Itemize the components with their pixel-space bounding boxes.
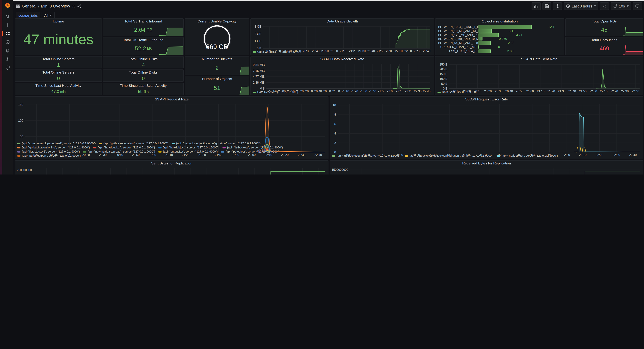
svg-text:22:20: 22:20 <box>610 89 618 93</box>
svg-text:10: 10 <box>332 103 336 107</box>
svg-text:7.15 MiB: 7.15 MiB <box>253 69 265 72</box>
gauge-value: 869 GB <box>185 43 249 50</box>
breadcrumb-section[interactable]: General <box>22 4 36 8</box>
bell-icon <box>5 48 10 53</box>
svg-text:20:20: 20:20 <box>82 153 90 157</box>
capacity-gauge: 869 GB <box>185 24 249 55</box>
sidebar: ? <box>2 0 12 174</box>
svg-text:22:40: 22:40 <box>629 153 637 157</box>
svg-text:22:30: 22:30 <box>298 153 305 157</box>
sidebar-item-explore[interactable] <box>2 39 12 45</box>
bargauge-label: GREATER_THAN_512_MB <box>438 45 478 49</box>
svg-text:22:10: 22:10 <box>395 49 402 53</box>
page-title[interactable]: MinIO Overview <box>41 4 70 8</box>
chevron-down-icon <box>50 15 52 16</box>
monitor-icon <box>635 4 640 8</box>
zoom-out-icon <box>602 4 607 8</box>
svg-text:20:30: 20:30 <box>412 153 420 157</box>
sidebar-item-create[interactable] <box>2 22 12 28</box>
svg-text:20:50: 20:50 <box>132 153 140 157</box>
dashboard-settings-button[interactable] <box>553 2 562 10</box>
sidebar-item-search[interactable] <box>2 13 12 20</box>
svg-text:20:00: 20:00 <box>278 89 286 93</box>
svg-text:22:30: 22:30 <box>414 49 421 53</box>
background-edge <box>0 0 2 174</box>
svg-text:21:30: 21:30 <box>198 153 206 157</box>
sidebar-item-dashboards[interactable] <box>2 30 12 37</box>
panel-s3-api-request-rate: S3 API Request Rate 19:5020:0020:1020:20… <box>15 96 328 159</box>
svg-text:21:10: 21:10 <box>479 153 486 157</box>
sidebar-item-server-admin[interactable] <box>2 64 12 71</box>
refresh-icon <box>613 4 617 8</box>
svg-text:22:40: 22:40 <box>423 89 430 93</box>
sidebar-item-configuration[interactable] <box>2 56 12 62</box>
dashboard-grid: Uptime 47 minutes Total S3 Traffic Inbou… <box>12 17 644 174</box>
bargauge-bar <box>478 41 491 45</box>
svg-text:20:20: 20:20 <box>296 89 304 93</box>
svg-text:22:30: 22:30 <box>621 89 629 93</box>
star-icon[interactable]: ☆ <box>72 4 76 8</box>
svg-text:50: 50 <box>20 135 23 138</box>
svg-text:22:00: 22:00 <box>248 153 256 157</box>
s3-request-error-rate-plot[interactable]: 19:5020:0020:1020:2020:3020:4020:5021:00… <box>330 102 643 154</box>
svg-text:22:10: 22:10 <box>579 153 586 157</box>
grafana-logo[interactable] <box>4 2 11 8</box>
save-icon <box>545 4 549 8</box>
refresh-picker[interactable]: 10s <box>611 2 631 10</box>
svg-text:20:00: 20:00 <box>463 89 471 93</box>
sent-bytes-replication-plot[interactable]: 19:5020:0020:1020:2020:3020:4020:5021:00… <box>15 166 328 174</box>
sidebar-item-alerting[interactable] <box>2 47 12 54</box>
bargauge-value: 0 <box>498 45 500 49</box>
add-panel-button[interactable]: + <box>532 2 540 10</box>
svg-text:22:10: 22:10 <box>264 153 272 157</box>
panel-total-open-fds: Total Open FDs 45 <box>565 18 643 36</box>
s3-request-rate-plot[interactable]: 19:5020:0020:1020:2020:3020:4020:5021:00… <box>15 102 328 142</box>
svg-text:21:20: 21:20 <box>350 89 358 93</box>
svg-text:20:30: 20:30 <box>305 89 313 93</box>
bargauge-row: GREATER_THAN_512_MB0 <box>438 45 560 49</box>
panel-s3-traffic-inbound: Total S3 Traffic Inbound 2.64GB <box>103 18 184 36</box>
bargauge-row: BETWEEN_1_MB_AND_10_MB0.960 <box>438 37 560 41</box>
bargauge-label: BETWEEN_64_MB_AND_128_MB <box>438 41 478 45</box>
svg-text:2 GB: 2 GB <box>254 32 261 35</box>
save-dashboard-button[interactable] <box>542 2 551 10</box>
svg-text:20:00: 20:00 <box>362 153 370 157</box>
svg-text:250 B: 250 B <box>440 63 448 66</box>
svg-text:0 B: 0 B <box>260 87 265 90</box>
nav-actions: + Last 3 hours 10s <box>532 2 642 10</box>
s3-data-received-plot[interactable]: 19:5020:0020:1020:2020:3020:4020:5021:00… <box>251 62 434 90</box>
svg-text:22:20: 22:20 <box>596 153 603 157</box>
svg-text:20:30: 20:30 <box>303 49 310 53</box>
received-bytes-replication-plot[interactable]: 19:5020:0020:1020:2020:3020:4020:5021:00… <box>330 166 643 174</box>
plus-icon <box>5 23 10 27</box>
svg-text:2: 2 <box>334 141 336 145</box>
dashboards-icon <box>5 31 10 36</box>
panel-time-since-last-scan: Time Since Last Scan Activity 59.6s <box>103 83 184 95</box>
s3-data-sent-plot[interactable]: 19:5020:0020:1020:2020:3020:4020:5021:00… <box>436 62 643 90</box>
bargauge-bar <box>478 29 492 33</box>
svg-text:19:50: 19:50 <box>33 153 40 157</box>
svg-text:50 B: 50 B <box>441 82 448 85</box>
svg-text:4.77 MiB: 4.77 MiB <box>253 75 265 78</box>
bargauge-bar <box>478 45 479 49</box>
svg-text:21:20: 21:20 <box>182 153 189 157</box>
panel-s3-traffic-outbound: Total S3 Traffic Outbound 52.2kB <box>103 37 184 55</box>
svg-text:21:30: 21:30 <box>558 89 566 93</box>
bargauge-row: BETWEEN_64_MB_AND_128_MB2.92 <box>438 41 560 45</box>
svg-text:0 B: 0 B <box>443 87 448 90</box>
data-usage-growth-plot[interactable]: 19:5020:0020:1020:2020:3020:4020:5021:00… <box>251 24 434 50</box>
svg-text:22:20: 22:20 <box>405 89 412 93</box>
time-range-picker[interactable]: Last 3 hours <box>564 2 598 10</box>
cycle-view-button[interactable] <box>633 2 642 10</box>
svg-text:20:40: 20:40 <box>116 153 123 157</box>
share-icon[interactable] <box>77 4 81 8</box>
svg-text:20:40: 20:40 <box>314 89 322 93</box>
svg-text:21:30: 21:30 <box>512 153 520 157</box>
svg-text:22:20: 22:20 <box>281 153 288 157</box>
zoom-out-button[interactable] <box>600 2 609 10</box>
grafana-dashboard: ? General / MinIO Overview ☆ + <box>0 0 644 174</box>
gear-icon <box>5 57 10 61</box>
svg-text:22:30: 22:30 <box>613 153 620 157</box>
compass-icon <box>5 40 10 44</box>
svg-text:20:30: 20:30 <box>99 153 107 157</box>
